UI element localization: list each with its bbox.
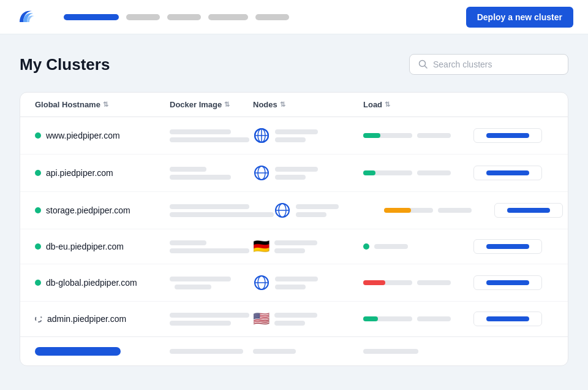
docker-cell [170, 204, 274, 217]
docker-bar-1 [170, 313, 249, 318]
docker-bar-2 [170, 321, 231, 326]
loading-icon [35, 315, 42, 323]
table-row: admin.piedpiper.com 🇺🇸 [20, 302, 568, 337]
load-track [363, 280, 412, 285]
action-cell [473, 275, 553, 290]
sort-hostname-icon[interactable]: ⇅ [103, 101, 108, 109]
footer-bar [253, 349, 296, 354]
docker-cell [170, 129, 253, 142]
footer-action [35, 347, 170, 356]
load-track [384, 208, 433, 213]
footer-btn[interactable] [35, 347, 121, 356]
table-row: db-eu.piedpiper.com 🇩🇪 [20, 229, 568, 264]
action-button[interactable] [473, 312, 542, 326]
docker-bars [170, 277, 231, 289]
footer-col2 [170, 349, 253, 354]
action-button[interactable] [473, 128, 542, 143]
load-dot [363, 243, 369, 250]
action-cell [473, 312, 553, 326]
docker-bars [170, 313, 249, 326]
docker-cell [170, 277, 253, 289]
load-label [417, 316, 451, 321]
action-btn-bar [486, 316, 529, 321]
docker-bar-2 [175, 285, 211, 289]
footer-bar [170, 349, 243, 354]
status-dot [35, 243, 41, 250]
docker-bar-2 [170, 137, 249, 142]
action-button[interactable] [473, 275, 542, 290]
logo [15, 5, 39, 29]
page-title: My Clusters [20, 55, 110, 74]
globe-icon [253, 127, 270, 144]
docker-bar-1 [170, 240, 206, 245]
col-docker: Docker Image ⇅ [170, 100, 253, 109]
action-cell [494, 203, 568, 218]
flag-icon: 🇩🇪 [253, 240, 270, 253]
action-button[interactable] [473, 166, 542, 180]
search-icon [418, 59, 428, 69]
docker-bars [170, 204, 274, 217]
action-cell [473, 128, 553, 143]
nav-item-4[interactable] [208, 14, 248, 20]
deploy-button[interactable]: Deploy a new cluster [466, 7, 573, 28]
nav-item-2[interactable] [126, 14, 160, 20]
globe-icon [274, 202, 291, 219]
nodes-cell: 🇺🇸 [253, 312, 363, 326]
node-bars [296, 204, 339, 217]
sort-nodes-icon[interactable]: ⇅ [280, 101, 285, 109]
nav-item-5[interactable] [255, 14, 289, 20]
main-nav [64, 14, 466, 20]
status-dot [35, 170, 41, 176]
nodes-cell [274, 202, 384, 219]
load-fill [363, 133, 380, 138]
node-bars [274, 313, 317, 326]
hostname-text: api.piedpiper.com [46, 168, 113, 178]
load-track [363, 170, 412, 175]
page-header: My Clusters [20, 54, 568, 75]
load-track [363, 316, 412, 321]
header: Deploy a new cluster [0, 0, 588, 34]
action-button[interactable] [494, 203, 563, 218]
sort-docker-icon[interactable]: ⇅ [224, 101, 230, 109]
docker-cell [170, 313, 253, 326]
hostname-text: db-global.piedpiper.com [46, 278, 137, 288]
action-button[interactable] [473, 239, 542, 254]
action-btn-bar [486, 244, 529, 249]
footer-col3 [253, 349, 363, 354]
action-btn-bar [486, 133, 529, 138]
load-cell [363, 133, 473, 138]
docker-cell [170, 240, 253, 253]
nodes-cell [253, 127, 363, 144]
action-cell [473, 166, 553, 180]
flag-icon: 🇺🇸 [253, 312, 270, 326]
status-dot [35, 207, 41, 213]
action-btn-bar [486, 170, 529, 175]
docker-bars [170, 240, 249, 253]
globe-icon [253, 164, 270, 182]
load-cell [363, 243, 473, 250]
nav-item-3[interactable] [167, 14, 201, 20]
hostname-text: storage.piedpiper.com [46, 205, 130, 215]
search-wrapper [409, 54, 568, 75]
load-cell [363, 280, 473, 285]
load-label [374, 244, 408, 249]
load-cell [384, 208, 494, 213]
sort-load-icon[interactable]: ⇅ [385, 101, 390, 109]
clusters-table: Global Hostname ⇅ Docker Image ⇅ Nodes ⇅… [20, 92, 568, 366]
col-action [473, 100, 553, 109]
docker-bars [170, 167, 231, 180]
docker-bars [170, 129, 249, 142]
logo-icon [15, 5, 39, 29]
load-label [417, 170, 451, 175]
hostname-text: db-eu.piedpiper.com [46, 242, 124, 251]
col-load: Load ⇅ [363, 100, 473, 109]
nodes-cell: 🇩🇪 [253, 240, 363, 253]
docker-bar-2 [170, 175, 231, 180]
table-row: www.piedpiper.com [20, 117, 568, 155]
load-cell [363, 316, 473, 321]
docker-bar-1 [170, 277, 231, 281]
nav-item-1[interactable] [64, 14, 119, 20]
docker-bar-1 [170, 129, 231, 134]
load-label [438, 208, 472, 213]
search-input[interactable] [433, 59, 559, 69]
